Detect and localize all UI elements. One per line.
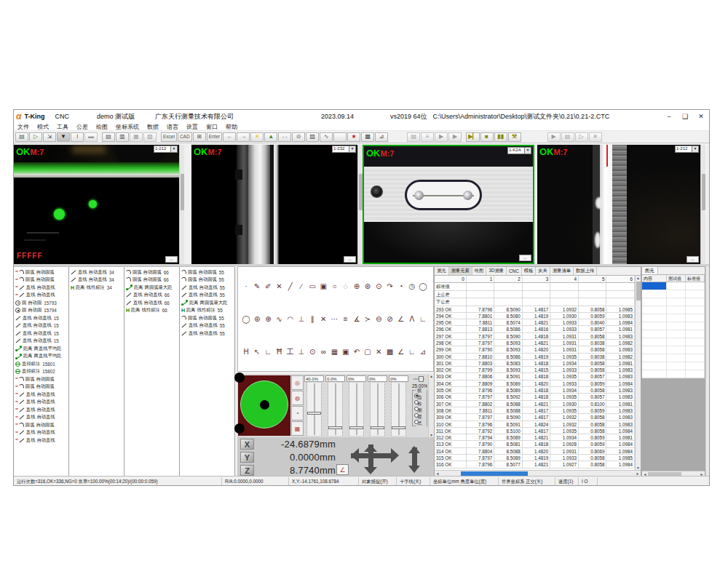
measure-tool-icon[interactable]: ∠ bbox=[397, 314, 405, 324]
table-row[interactable]: 306 OK7.87978.50921.48181.09350.80571.09… bbox=[435, 394, 635, 400]
open-button[interactable]: ▷ bbox=[29, 132, 42, 142]
play-gray-button[interactable]: ▶ bbox=[448, 132, 462, 142]
element-row[interactable] bbox=[642, 282, 705, 290]
feature-list-item[interactable]: 直线自动直线55 bbox=[180, 322, 234, 330]
pause-button[interactable]: ▮▮ bbox=[494, 132, 507, 142]
feature-list-item[interactable]: 直线自动直线15 bbox=[14, 314, 68, 322]
feature-list-item[interactable]: ***直线自动直线 bbox=[14, 399, 68, 407]
feature-list-item[interactable]: 直线自动直线34 bbox=[69, 268, 124, 276]
measure-tool-icon[interactable]: ○ bbox=[331, 282, 339, 291]
table-row[interactable]: 294 OK7.88018.50801.48191.09300.80591.09… bbox=[435, 313, 635, 319]
element-row[interactable] bbox=[642, 354, 705, 362]
table-row[interactable]: 304 OK7.88098.50891.48201.09330.80591.09… bbox=[435, 380, 635, 387]
feature-list-item[interactable]: 圆自动圆15793 bbox=[14, 299, 68, 307]
feature-list-item[interactable]: 直线自动直线55 bbox=[180, 284, 234, 292]
table-row[interactable]: 295 OK7.88118.50741.48211.09330.80401.09… bbox=[435, 319, 635, 326]
menu-item-数据[interactable]: 数据 bbox=[147, 123, 159, 131]
measure-tool-icon[interactable]: ≡ bbox=[341, 314, 350, 324]
feature-list-item[interactable]: 直线自动直线15 bbox=[14, 338, 68, 346]
feature-list-item[interactable]: ***直线自动直线 bbox=[14, 406, 68, 414]
element-row[interactable] bbox=[642, 298, 705, 306]
feature-list-item[interactable]: 圆自动圆15794 bbox=[14, 307, 68, 315]
feature-list-item[interactable]: 直径标注15801 bbox=[14, 360, 68, 368]
slider-thumb[interactable] bbox=[349, 426, 363, 429]
slider-track[interactable] bbox=[349, 383, 364, 436]
tab-CNC[interactable]: CNC bbox=[507, 267, 522, 275]
menu-item-工具[interactable]: 工具 bbox=[57, 123, 68, 131]
element-row[interactable] bbox=[642, 338, 705, 346]
measure-tool-icon[interactable]: ⊛ bbox=[253, 314, 261, 324]
measure-tool-icon[interactable]: ⋯ bbox=[331, 314, 339, 324]
play-to-end-button[interactable]: ▶▏ bbox=[466, 132, 479, 142]
excel-export-button[interactable]: Excel bbox=[161, 132, 177, 142]
measure-tool-icon[interactable]: ✕ bbox=[275, 282, 284, 291]
measure-tool-icon[interactable]: ▢ bbox=[363, 347, 372, 356]
slider-thumb[interactable] bbox=[392, 426, 405, 429]
nav-right-button[interactable]: → bbox=[237, 132, 250, 142]
measure-tool-icon[interactable]: ▭ bbox=[308, 282, 317, 291]
feature-list-item[interactable]: ***直线自动直线 bbox=[14, 292, 68, 300]
feature-list-item[interactable]: 直线自动直线55 bbox=[180, 292, 234, 300]
element-row[interactable] bbox=[642, 306, 705, 314]
feature-list-item[interactable]: 距离两直线平均距 bbox=[14, 353, 68, 361]
camera-view-3-selected[interactable]: OKM:7 1-K2A▼ ⇔ bbox=[363, 145, 534, 264]
light-segment-button-1[interactable]: ◎ bbox=[291, 375, 304, 390]
measure-tool-icon[interactable]: H bbox=[242, 347, 250, 356]
image-view-button[interactable]: ▲ bbox=[264, 132, 277, 142]
measure-tool-icon[interactable]: ∠ bbox=[397, 347, 405, 356]
x-axis-icon[interactable]: X bbox=[240, 439, 254, 450]
measure-tool-icon[interactable]: · bbox=[242, 282, 250, 291]
enter-button[interactable]: Enter bbox=[207, 132, 223, 142]
slider-thumb[interactable] bbox=[307, 412, 321, 415]
radio-icon[interactable] bbox=[414, 400, 419, 404]
probe-button[interactable]: ▼ bbox=[57, 132, 70, 142]
options-scrollbar[interactable]: ▲▼ bbox=[428, 374, 434, 437]
feature-list-item[interactable]: 距离两圆弧最大距 bbox=[124, 284, 179, 292]
feature-list-item[interactable]: 圆弧自动圆弧55 bbox=[180, 268, 234, 276]
move-button[interactable]: ⇲ bbox=[43, 132, 56, 142]
table-row[interactable]: 303 OK7.88068.50911.48181.09350.80571.09… bbox=[435, 373, 635, 380]
menu-item-模式[interactable]: 模式 bbox=[37, 123, 49, 131]
report-button[interactable]: ⊞ bbox=[193, 132, 206, 142]
slider-track[interactable] bbox=[328, 383, 343, 436]
measure-tool-icon[interactable]: ⊿ bbox=[419, 347, 427, 356]
measure-tool-icon[interactable]: ✕ bbox=[319, 314, 328, 324]
measure-tool-icon[interactable]: ▦ bbox=[331, 347, 339, 356]
nav-left-button[interactable]: ← bbox=[223, 132, 236, 142]
slider-thumb[interactable] bbox=[419, 376, 424, 382]
open-2-button[interactable]: ▷ bbox=[575, 132, 588, 142]
feature-list-item[interactable]: 距离两直线平均距 bbox=[14, 345, 68, 353]
camera2-scrollbar[interactable] bbox=[357, 145, 363, 264]
table-row[interactable]: 307 OK7.88028.50881.48211.09300.81001.09… bbox=[435, 401, 635, 407]
camera4-resize-handle[interactable]: ⇔ bbox=[687, 256, 699, 263]
y-axis-icon[interactable]: Y bbox=[240, 452, 254, 463]
dither-button[interactable]: ▩ bbox=[361, 132, 374, 142]
measure-tool-icon[interactable]: ⊥ bbox=[297, 314, 306, 324]
feature-list-item[interactable]: ***直线自动直线 bbox=[14, 284, 68, 292]
z-axis-icon[interactable]: Z bbox=[240, 465, 254, 476]
measure-tool-icon[interactable]: ⊕ bbox=[352, 282, 361, 291]
measure-tool-icon[interactable]: ⊕ bbox=[264, 314, 272, 324]
camera1-scrollbar[interactable] bbox=[179, 145, 184, 264]
feature-list-item[interactable]: ***直线自动直线 bbox=[14, 429, 68, 437]
table-row[interactable]: 311 OK7.87928.51001.48171.09350.80581.09… bbox=[435, 428, 635, 434]
table-vertical-scrollbar[interactable]: ▲▼ bbox=[635, 276, 641, 470]
camera3-resize-handle[interactable]: ⇔ bbox=[519, 255, 531, 261]
scrollbar-thumb[interactable] bbox=[636, 282, 641, 300]
feature-list-item[interactable]: 直线自动直线34 bbox=[69, 276, 124, 284]
measure-tool-icon[interactable]: ↶ bbox=[352, 347, 361, 356]
slider-thumb[interactable] bbox=[328, 426, 342, 429]
light-bulb-button[interactable]: ☀ bbox=[250, 132, 264, 142]
element-row[interactable] bbox=[642, 370, 705, 378]
menu-item-绘图[interactable]: 绘图 bbox=[96, 123, 108, 131]
tab-测光[interactable]: 测光 bbox=[435, 267, 449, 275]
maximize-button[interactable]: ❑ bbox=[677, 110, 693, 123]
element-row[interactable] bbox=[642, 330, 705, 338]
feature-list-item[interactable]: 直径标注15802 bbox=[14, 368, 68, 376]
radio-icon[interactable] bbox=[414, 407, 419, 411]
measure-tool-icon[interactable]: ▩ bbox=[385, 347, 394, 356]
table-row[interactable]: 312 OK7.87948.50891.48211.09340.80591.09… bbox=[435, 434, 635, 441]
camera-view-1[interactable]: OKM:7 FFFFF 1-212▼ ⇔ bbox=[14, 145, 184, 264]
measure-tool-icon[interactable]: ◯ bbox=[419, 282, 427, 291]
save-2-button[interactable]: ▤ bbox=[561, 132, 574, 142]
